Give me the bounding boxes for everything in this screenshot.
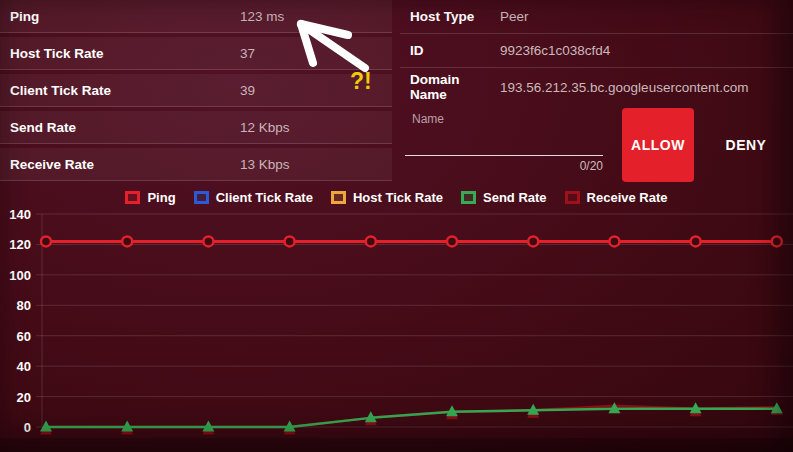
stats-row-value: 13 Kbps (240, 157, 290, 172)
legend-label: Host Tick Rate (353, 190, 443, 205)
stats-row-value: 37 (240, 46, 255, 61)
host-info-row: ID9923f6c1c038cfd4 (400, 34, 793, 68)
host-info-label: ID (400, 43, 500, 58)
data-point-ping (41, 236, 51, 246)
name-field-label: Name (405, 112, 603, 126)
stats-row-label: Host Tick Rate (0, 46, 240, 61)
legend-swatch-icon (565, 191, 580, 204)
stats-table: Ping123 msHost Tick Rate37Client Tick Ra… (0, 0, 392, 185)
y-axis-tick-label: 100 (9, 268, 31, 283)
stats-row-label: Ping (0, 9, 240, 24)
stats-row-value: 123 ms (240, 9, 284, 24)
data-point-ping (609, 236, 619, 246)
host-info-value: 193.56.212.35.bc.googleusercontent.com (500, 80, 748, 95)
network-stats-chart: 020406080100120140 (0, 207, 793, 452)
deny-button[interactable]: DENY (714, 131, 778, 159)
series-line-send-rate (46, 409, 777, 427)
chart-legend: PingClient Tick RateHost Tick RateSend R… (0, 186, 793, 208)
legend-item-ping[interactable]: Ping (125, 190, 175, 205)
legend-item-host-tick-rate[interactable]: Host Tick Rate (331, 190, 443, 205)
legend-label: Ping (147, 190, 175, 205)
host-info-row: Host TypePeer (400, 0, 793, 34)
name-input[interactable] (405, 134, 603, 156)
data-point-ping (528, 236, 538, 246)
stats-row: Host Tick Rate37 (0, 37, 392, 70)
name-char-counter: 0/20 (405, 159, 603, 173)
y-axis-tick-label: 20 (17, 390, 31, 405)
host-info-rows: Host TypePeerID9923f6c1c038cfd4Domain Na… (400, 0, 793, 106)
y-axis-tick-label: 40 (17, 359, 31, 374)
stats-row: Receive Rate13 Kbps (0, 148, 392, 181)
stats-row: Send Rate12 Kbps (0, 111, 392, 144)
legend-swatch-icon (331, 191, 346, 204)
legend-item-send-rate[interactable]: Send Rate (461, 190, 547, 205)
data-point-ping (772, 236, 782, 246)
y-axis-tick-label: 140 (9, 207, 31, 222)
stats-row-label: Send Rate (0, 120, 240, 135)
y-axis-tick-label: 80 (17, 298, 31, 313)
legend-swatch-icon (125, 191, 140, 204)
legend-item-receive-rate[interactable]: Receive Rate (565, 190, 668, 205)
stats-row-label: Receive Rate (0, 157, 240, 172)
stats-row-value: 39 (240, 83, 255, 98)
host-info-row: Domain Name193.56.212.35.bc.googleuserco… (400, 68, 793, 106)
host-info-label: Domain Name (400, 72, 500, 102)
data-point-ping (122, 236, 132, 246)
legend-item-client-tick-rate[interactable]: Client Tick Rate (194, 190, 313, 205)
name-field-area: Name 0/20 (405, 112, 603, 173)
host-info-value: Peer (500, 9, 529, 24)
y-axis-tick-label: 0 (24, 420, 31, 435)
stats-row: Ping123 ms (0, 0, 392, 33)
chart-canvas: 020406080100120140 (0, 207, 793, 452)
data-point-ping (203, 236, 213, 246)
allow-button[interactable]: ALLOW (622, 108, 694, 182)
legend-swatch-icon (194, 191, 209, 204)
stats-row-value: 12 Kbps (240, 120, 290, 135)
stats-row: Client Tick Rate39 (0, 74, 392, 107)
data-point-ping (447, 236, 457, 246)
legend-swatch-icon (461, 191, 476, 204)
y-axis-tick-label: 60 (17, 329, 31, 344)
host-info-value: 9923f6c1c038cfd4 (500, 43, 610, 58)
legend-label: Send Rate (483, 190, 547, 205)
stats-row-label: Client Tick Rate (0, 83, 240, 98)
host-info-label: Host Type (400, 9, 500, 24)
data-point-ping (691, 236, 701, 246)
legend-label: Client Tick Rate (216, 190, 313, 205)
data-point-ping (366, 236, 376, 246)
legend-label: Receive Rate (587, 190, 668, 205)
y-axis-tick-label: 120 (9, 237, 31, 252)
host-info-panel: Host TypePeerID9923f6c1c038cfd4Domain Na… (400, 0, 793, 186)
data-point-ping (285, 236, 295, 246)
